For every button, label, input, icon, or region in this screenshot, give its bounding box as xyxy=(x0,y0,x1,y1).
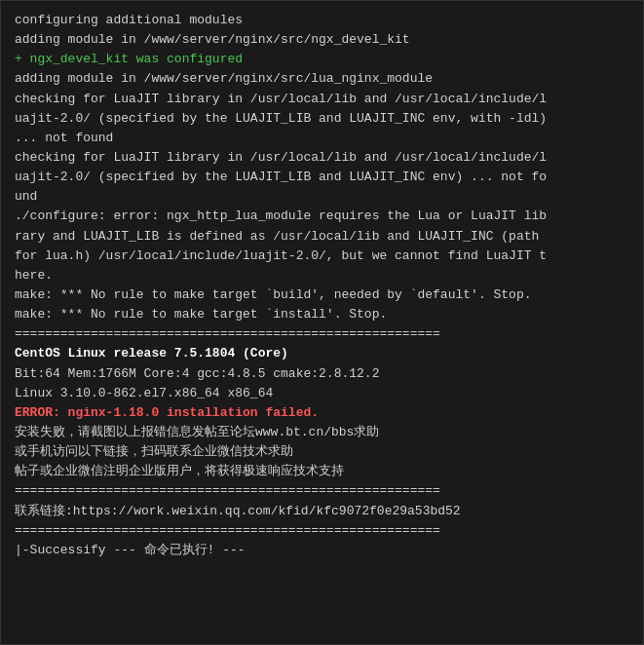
terminal-line: ========================================… xyxy=(15,324,629,344)
terminal-line: ========================================… xyxy=(15,481,629,501)
terminal-line: checking for LuaJIT library in /usr/loca… xyxy=(15,90,629,148)
terminal-line: adding module in /www/server/nginx/src/n… xyxy=(15,30,629,50)
terminal-line: 安装失败，请截图以上报错信息发帖至论坛www.bt.cn/bbs求助 xyxy=(15,423,629,442)
terminal-line: 或手机访问以下链接，扫码联系企业微信技术求助 xyxy=(15,442,629,462)
terminal-line: 帖子或企业微信注明企业版用户，将获得极速响应技术支持 xyxy=(15,462,629,481)
terminal-line: + ngx_devel_kit was configured xyxy=(15,50,629,69)
terminal-line: CentOS Linux release 7.5.1804 (Core) xyxy=(15,344,629,363)
terminal-window: configuring additional modulesadding mod… xyxy=(0,0,644,645)
terminal-line: configuring additional modules xyxy=(15,11,629,30)
terminal-line: 联系链接:https://work.weixin.qq.com/kfid/kfc… xyxy=(15,502,629,521)
terminal-line: checking for LuaJIT library in /usr/loca… xyxy=(15,148,629,207)
terminal-line: ========================================… xyxy=(15,521,629,541)
terminal-line: adding module in /www/server/nginx/src/l… xyxy=(15,69,629,89)
terminal-line: ./configure: error: ngx_http_lua_module … xyxy=(15,207,629,285)
terminal-line: Linux 3.10.0-862.el7.x86_64 x86_64 xyxy=(15,384,629,403)
terminal-line: |-Successify --- 命令已执行! --- xyxy=(15,541,629,560)
terminal-line: Bit:64 Mem:1766M Core:4 gcc:4.8.5 cmake:… xyxy=(15,364,629,384)
terminal-line: make: *** No rule to make target `build'… xyxy=(15,285,629,305)
terminal-line: make: *** No rule to make target `instal… xyxy=(15,305,629,324)
terminal-line: ERROR: nginx-1.18.0 installation failed. xyxy=(15,403,629,423)
